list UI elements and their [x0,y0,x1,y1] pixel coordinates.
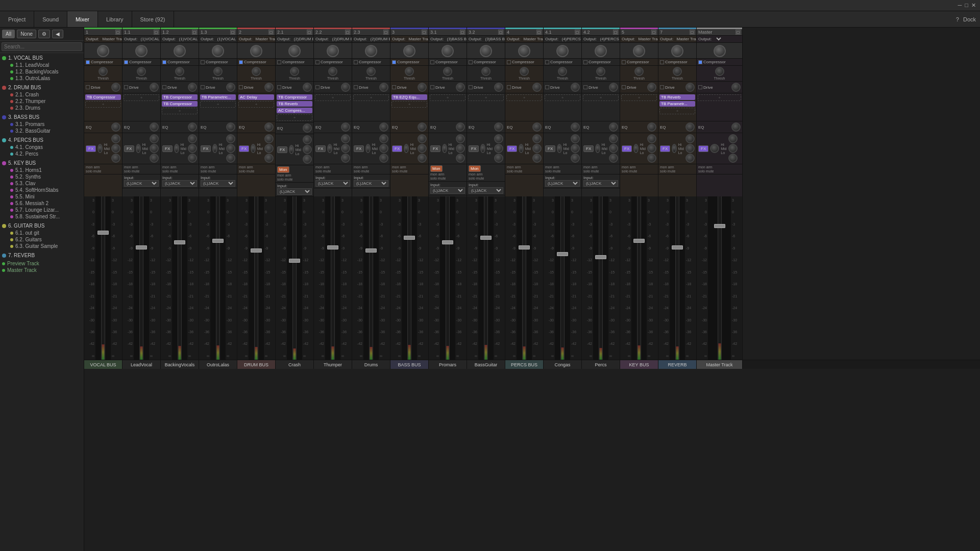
close-btn[interactable]: ✕ [971,2,976,9]
drive-checkbox[interactable] [392,85,396,89]
channel-expand-btn[interactable]: □ [575,30,580,35]
eq-knob[interactable] [571,122,580,132]
input-select[interactable]: (L)JACK [315,180,350,187]
thresh-knob[interactable] [405,67,414,76]
compressor-checkbox[interactable] [698,60,702,64]
sidebar-item-lead-vocal[interactable]: 1.1. LeadVocal [0,62,84,68]
fx-button[interactable]: FX [239,145,249,152]
lo-knob[interactable] [571,154,580,163]
mid-knob[interactable] [341,144,350,153]
eq-knob[interactable] [188,122,197,132]
compressor-checkbox[interactable] [430,60,434,64]
drive-checkbox[interactable] [545,85,549,89]
input-select[interactable]: (L)JACK [583,180,618,187]
channel-expand-btn[interactable]: □ [383,30,388,35]
sidebar-item-bass-guitar[interactable]: 3.2. BassGuitar [0,128,84,134]
sidebar-item-guitars[interactable]: 6.2. Guitars [0,236,84,243]
input-select[interactable]: (L)JACK [277,188,312,195]
channel-label-reverb[interactable]: REVERB [658,360,697,369]
output-select[interactable]: Master Track [674,36,696,42]
plugin-slot[interactable]: TB Compressor [277,94,312,100]
fx-button[interactable]: FX [354,145,364,152]
sidebar-item-out-git[interactable]: 6.1. out git [0,230,84,236]
mon-button[interactable]: Mon [277,166,289,173]
drive-knob[interactable] [111,83,120,92]
drive-checkbox[interactable] [277,85,281,89]
input-select[interactable]: (L)JACK [124,180,159,187]
compressor-checkbox[interactable] [124,60,128,64]
eq-knob[interactable] [303,123,312,133]
tab-store[interactable]: Store (92) [132,11,174,27]
mid-knob[interactable] [150,144,159,153]
drive-knob[interactable] [264,83,274,92]
reverb-knob[interactable] [250,45,262,57]
hi-knob[interactable] [480,144,485,153]
output-select[interactable]: (2)DRUM BUS [330,36,352,42]
hi-knob[interactable] [672,144,676,153]
output-select[interactable]: (3)BASS BUS [483,36,505,42]
mon-button[interactable]: Mon [469,165,481,172]
sidebar-item-guitar-sample[interactable]: 6.3. Guitar Sample [0,243,84,249]
mid-knob[interactable] [494,144,503,153]
sidebar-item-promars[interactable]: 3.1. Promars [0,121,84,128]
sidebar-item-softhorns[interactable]: 5.4. SoftHornStabs [0,187,84,193]
fx-button[interactable]: FX [583,145,594,152]
sidebar-item-outro-lalas[interactable]: 1.3. OutroLalas [0,75,84,82]
lo-knob[interactable] [341,154,350,163]
channel-expand-btn[interactable]: □ [230,30,235,35]
reverb-knob[interactable] [671,45,683,57]
plugin-slot[interactable]: TB Reverb [277,101,312,107]
none-button[interactable]: None [17,30,36,38]
add-plugin-btn[interactable]: + [583,94,619,101]
fx-button[interactable]: FX [507,145,517,152]
hi-knob[interactable] [442,144,447,153]
fx-button[interactable]: FX [277,146,287,153]
channel-expand-btn[interactable]: □ [422,30,427,35]
plugin-slot[interactable]: AC Delay [238,94,274,100]
settings-button[interactable]: ⚙ [38,30,50,38]
output-select[interactable]: Master Track [406,36,428,42]
fader-handle[interactable] [174,240,185,244]
channel-expand-btn[interactable]: □ [115,30,120,35]
tab-project[interactable]: Project [0,11,34,27]
compressor-checkbox[interactable] [660,60,664,64]
fx-button[interactable]: FX [430,145,440,152]
sidebar-group-header-perc-bus[interactable]: 4. PERCS BUS [0,136,84,144]
sidebar-item-thumper[interactable]: 2.2. Thumper [0,98,84,105]
fader-handle[interactable] [212,239,224,243]
channel-expand-btn[interactable]: □ [736,30,741,35]
mid-knob[interactable] [303,145,312,154]
add-plugin-btn[interactable]: + [621,94,657,101]
sidebar-group-header-vocal-bus[interactable]: 1. VOCAL BUS [0,54,84,62]
hi-knob[interactable] [365,144,370,153]
reverb-knob[interactable] [518,45,530,57]
output-select[interactable] [713,36,723,42]
hi-knob-2[interactable] [418,134,427,143]
mid-knob[interactable] [111,144,120,153]
drive-knob[interactable] [609,83,618,92]
lo-knob[interactable] [188,154,197,163]
output-select[interactable]: Master Track [253,36,275,42]
drive-knob[interactable] [494,83,503,92]
input-select[interactable]: (L)JACK [201,180,235,187]
channel-expand-btn[interactable]: □ [268,30,274,35]
drive-knob[interactable] [379,83,388,92]
compressor-checkbox[interactable] [354,60,358,64]
thresh-knob[interactable] [252,67,261,76]
fx-button[interactable]: FX [622,145,632,152]
add-plugin-btn[interactable]: + [238,101,274,108]
hi-knob-2[interactable] [379,134,388,143]
hi-knob-2[interactable] [303,135,312,144]
sidebar-item-drums[interactable]: 2.3. Drums [0,105,84,111]
mid-knob[interactable] [456,144,465,153]
thresh-knob[interactable] [290,67,299,76]
drive-checkbox[interactable] [430,85,434,89]
mid-knob[interactable] [418,144,427,153]
fader-handle[interactable] [97,231,109,235]
output-select[interactable]: (1)VOCAL [138,36,160,42]
hi-knob-2[interactable] [571,134,580,143]
thresh-knob[interactable] [673,67,682,76]
drive-checkbox[interactable] [86,85,90,89]
hi-knob[interactable] [289,145,293,154]
hi-knob-2[interactable] [728,134,738,143]
